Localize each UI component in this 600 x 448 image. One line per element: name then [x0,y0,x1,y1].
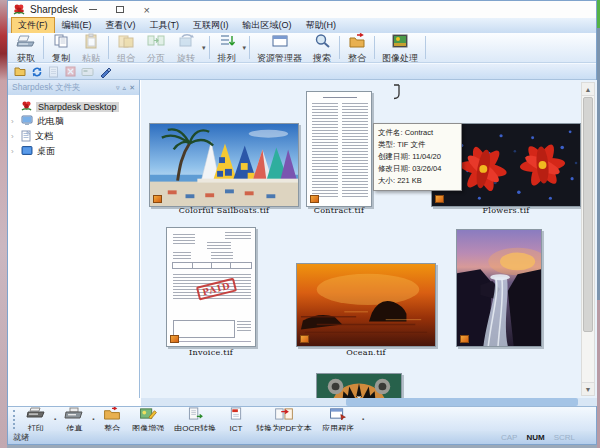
minimize-button[interactable] [81,3,105,16]
tree-item-documents[interactable]: › 文档 [8,129,139,144]
invoice-total-lines [237,321,251,331]
work-area: Colorful Sailboats.tif Contract.tif 文件名:… [141,80,597,398]
new-document-icon [47,65,60,78]
acquire-button[interactable]: 获取 [11,34,41,62]
thumbnail-label[interactable]: Colorful Sailboats.tif [154,206,294,215]
computer-icon [21,115,33,128]
toolbar-grip-handle[interactable] [13,410,17,429]
vertical-scroll-thumb[interactable] [583,97,593,332]
document-title-line [323,97,357,98]
thumbnail-sunset[interactable] [456,229,542,347]
pane-expand-icon[interactable]: ▵ [123,84,127,92]
tif-type-badge-icon [435,195,444,203]
arrange-icon [217,33,237,53]
scroll-lock-indicator: SCRL [554,433,575,442]
toolbar-separator [209,36,210,59]
toolbar-separator [425,36,426,59]
thumbnail-label[interactable]: Invoice.tif [161,348,261,357]
caps-lock-indicator: CAP [501,433,517,442]
ocr-convert-button[interactable]: 由OCR转换 [170,406,220,433]
thumbnail-tiger-partial[interactable] [316,373,402,398]
thumbnail-label[interactable]: Flowers.tif [456,206,556,215]
print-dropdown-arrow-icon[interactable]: ▪ [54,416,56,422]
split-icon [146,33,166,53]
expand-chevron-icon[interactable]: › [11,117,14,126]
copy-button[interactable]: 复制 [46,34,76,62]
print-button[interactable]: 打印 [22,406,50,433]
menu-help[interactable]: 帮助(H) [299,17,344,34]
stamp-pen-icon[interactable] [98,65,111,78]
refresh-icon[interactable] [30,65,43,78]
folder-tree: Sharpdesk Desktop › 此电脑 › 文档 › 桌面 [8,95,139,159]
open-folder-icon[interactable] [13,65,26,78]
tree-item-sharpdesk-desktop[interactable]: Sharpdesk Desktop [8,99,139,114]
invoice-total-box [173,320,235,338]
menu-internet[interactable]: 互联网(I) [186,17,236,34]
documents-icon [21,130,31,144]
tooltip-filename: 文件名: Contract [378,127,457,139]
rotate-icon [176,33,196,53]
menu-tools[interactable]: 工具(T) [143,17,187,34]
compose-folder-icon [347,33,367,53]
desktop-icon [21,145,33,158]
tree-item-label: Sharpdesk Desktop [36,102,119,112]
search-button[interactable]: 搜索 [307,34,337,62]
menu-file[interactable]: 文件(F) [11,17,55,34]
thumbnail-colorful-sailboats[interactable] [149,123,299,207]
tif-type-badge-icon [300,335,309,343]
ocean-image [297,264,435,346]
expand-chevron-icon[interactable]: › [11,147,14,156]
pane-collapse-icon[interactable]: ▿ [116,84,120,92]
thumbnail-invoice[interactable]: PAID [166,227,256,347]
tree-item-label: 桌面 [37,145,55,158]
fax-icon [64,406,84,424]
compose-button[interactable]: 整合 [342,34,372,62]
thumbnail-label[interactable]: Ocean.tif [316,348,416,357]
tree-item-desktop[interactable]: › 桌面 [8,144,139,159]
convert-pdf-text-button[interactable]: 转换为PDF文本 [252,406,316,433]
pane-close-icon[interactable]: ✕ [129,84,135,92]
paste-icon [81,33,101,53]
app-logo-flower-icon [13,1,25,19]
image-enhance-button[interactable]: 图像增强 [128,406,168,433]
fax-dropdown-arrow-icon[interactable]: ▪ [92,416,94,422]
menu-output-zone[interactable]: 输出区域(O) [236,17,299,34]
fax-button[interactable]: 传真 [60,406,88,433]
ict-button[interactable]: ICT [222,406,250,433]
maximize-button[interactable] [108,3,132,16]
vertical-scrollbar[interactable]: ▲ ▼ [581,82,595,396]
compose-output-button[interactable]: 整合 [98,406,126,433]
delete-icon [64,65,77,78]
tree-item-this-pc[interactable]: › 此电脑 [8,114,139,129]
menu-view[interactable]: 查看(V) [99,17,143,34]
menu-edit[interactable]: 编辑(E) [55,17,99,34]
thumbnail-contract[interactable] [306,91,372,207]
sailboats-image [150,124,298,206]
horizontal-scroll-thumb[interactable] [346,398,578,406]
folder-pane: Sharpdesk 文件夹 ▿ ▵ ✕ Sharpdesk Desktop › … [8,80,140,398]
combine-button: 组合 [111,34,141,62]
close-button[interactable]: × [135,3,159,16]
image-process-button[interactable]: 图像处理 [377,34,423,62]
scroll-up-arrow-icon[interactable]: ▲ [582,83,594,96]
document-text-column [312,103,338,199]
scroll-down-arrow-icon[interactable]: ▼ [582,382,594,395]
applications-icon [328,406,348,424]
arrange-dropdown-arrow-icon[interactable]: ▾ [243,44,247,52]
ocr-document-icon [185,406,205,424]
explorer-button[interactable]: 资源管理器 [252,34,307,62]
tree-item-label: 文档 [35,130,53,143]
expand-chevron-icon[interactable]: › [11,132,14,141]
invoice-lines [211,252,233,259]
tif-type-badge-icon [310,195,319,203]
file-info-tooltip: 文件名: Contract 类型: TIF 文件 创建日期: 11/04/20 … [373,123,462,191]
search-icon [312,33,332,53]
tooltip-modified: 修改日期: 03/26/04 [378,163,457,175]
tree-item-label: 此电脑 [37,115,64,128]
outputbar-overflow-arrow-icon[interactable]: ▪ [362,416,364,422]
applications-button[interactable]: 应用程序 [318,406,358,433]
thumbnail-ocean[interactable] [296,263,436,347]
sunset-image [457,230,541,346]
arrange-button[interactable]: 排列 [212,34,242,62]
thumbnail-label[interactable]: Contract.tif [289,206,389,215]
